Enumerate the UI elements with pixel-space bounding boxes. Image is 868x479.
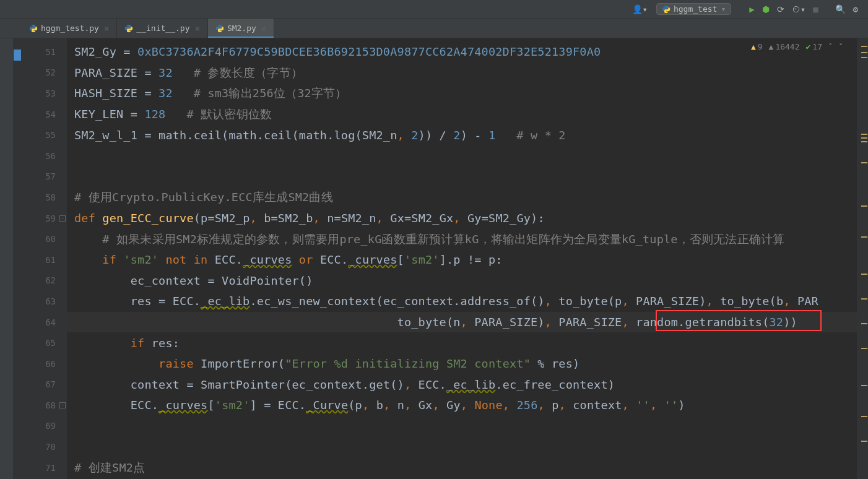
tab-label: __init__.py <box>136 24 189 33</box>
line-number: 69 <box>21 416 67 437</box>
weak-warning-count: 16442 <box>775 42 799 51</box>
tab-label: hggm_test.py <box>41 24 99 33</box>
tab-label: SM2.py <box>227 24 256 33</box>
typo-count: 17 <box>812 42 822 51</box>
line-number: 54 <box>21 104 67 125</box>
settings-icon[interactable]: ⚙ <box>853 4 858 14</box>
line-number: 51 <box>21 41 67 63</box>
fold-icon[interactable]: − <box>59 215 66 222</box>
warning-count: 9 <box>758 42 763 51</box>
run-icon[interactable]: ▶ <box>749 4 754 14</box>
run-configuration-selector[interactable]: hggm_test ▾ <box>656 3 731 15</box>
profile-icon[interactable]: ⏲▾ <box>792 4 805 14</box>
line-number: 52 <box>21 63 67 84</box>
close-icon[interactable]: × <box>261 24 266 33</box>
chevron-down-icon: ▾ <box>721 4 726 14</box>
chevron-up-icon[interactable]: ˄ <box>828 42 833 51</box>
tab-sm2[interactable]: SM2.py × <box>208 19 274 38</box>
code-content[interactable]: ▲9 ▲16442 ✔17 ˄ ˅ SM2_Gy = 0xBC3736A2F4F… <box>67 38 857 479</box>
line-number: 58 <box>21 187 67 208</box>
tab-hggm-test[interactable]: hggm_test.py × <box>22 19 117 38</box>
editor-tabs: hggm_test.py × __init__.py × SM2.py × <box>0 19 868 38</box>
line-number: 63 <box>21 291 67 312</box>
typo-icon: ✔ <box>806 42 811 51</box>
line-number: 61 <box>21 249 67 270</box>
close-icon[interactable]: × <box>194 24 199 33</box>
add-config-icon[interactable]: 👤▾ <box>632 4 648 14</box>
coverage-icon[interactable]: ⟳ <box>777 4 784 14</box>
python-icon <box>662 5 671 14</box>
warning-icon: ▲ <box>751 42 756 51</box>
line-number: 56 <box>21 145 67 166</box>
python-icon <box>124 24 133 33</box>
tab-init[interactable]: __init__.py × <box>117 19 208 38</box>
line-number: 66 <box>21 353 67 374</box>
line-number: 57 <box>21 166 67 188</box>
top-toolbar: 👤▾ hggm_test ▾ ▶ ⬢ ⟳ ⏲▾ ■ 🔍 ⚙ <box>0 0 868 19</box>
python-icon <box>215 24 224 33</box>
line-number: 60 <box>21 228 67 249</box>
status-indicators[interactable]: ▲9 ▲16442 ✔17 ˄ ˅ <box>745 42 843 51</box>
line-number: 55 <box>21 124 67 145</box>
line-number: 59− <box>21 208 67 229</box>
fold-icon[interactable]: − <box>59 402 66 408</box>
error-stripe[interactable] <box>857 38 868 479</box>
line-number: 67 <box>21 374 67 395</box>
line-number: 53 <box>21 83 67 104</box>
search-icon[interactable]: 🔍 <box>835 4 846 14</box>
close-icon[interactable]: × <box>104 24 109 33</box>
line-numbers-gutter: 515253545556575859−606162636465666768−69… <box>21 38 67 479</box>
tool-window-bar[interactable] <box>0 38 14 479</box>
debug-icon[interactable]: ⬢ <box>762 4 770 14</box>
editor-area: 515253545556575859−606162636465666768−69… <box>0 38 868 479</box>
left-indicator <box>14 38 21 479</box>
run-config-label: hggm_test <box>674 4 717 14</box>
line-number: 64 <box>21 312 67 333</box>
python-icon <box>29 24 38 33</box>
line-number: 70 <box>21 436 67 457</box>
weak-warning-icon: ▲ <box>769 42 774 51</box>
stop-icon[interactable]: ■ <box>813 4 818 14</box>
line-number: 68− <box>21 395 67 416</box>
line-number: 65 <box>21 332 67 353</box>
chevron-down-icon[interactable]: ˅ <box>839 42 843 51</box>
line-number: 62 <box>21 270 67 291</box>
line-number: 71 <box>21 457 67 478</box>
